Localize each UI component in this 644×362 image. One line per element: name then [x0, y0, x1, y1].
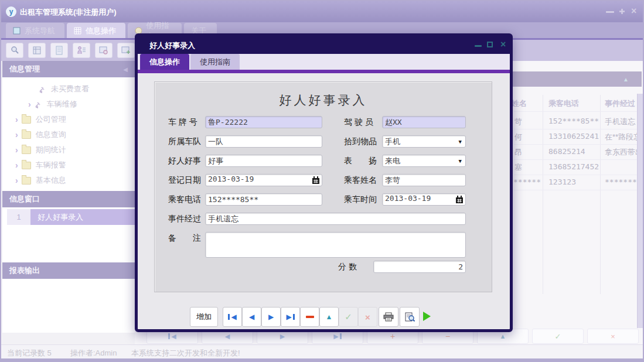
calendar-icon[interactable]: [455, 196, 464, 204]
passenger-phone-input[interactable]: [205, 193, 322, 206]
prev-icon: ◀: [225, 333, 230, 340]
window-list-item[interactable]: 好人好事录入: [30, 209, 135, 225]
plus-icon: +: [390, 332, 395, 341]
dialog-close-button[interactable]: ×: [500, 40, 506, 49]
sidebar-report-list: [2, 279, 135, 333]
praise-select[interactable]: 来电 ▼: [382, 155, 466, 167]
chevron-down-icon[interactable]: ▼: [459, 139, 462, 145]
delete-record-button[interactable]: [300, 307, 319, 327]
preview-button[interactable]: [400, 307, 420, 327]
tab-system-nav[interactable]: 系统导航: [6, 23, 64, 39]
column-divider: [543, 95, 543, 294]
close-button[interactable]: ×: [631, 6, 636, 16]
event-input[interactable]: [205, 213, 466, 225]
cancel-icon: ×: [365, 312, 370, 322]
add-record-button[interactable]: 增加: [190, 307, 218, 327]
expand-icon[interactable]: ›: [15, 176, 18, 185]
sidebar-window-list: 1 好人好事录入: [2, 207, 135, 262]
bg-nav-post-button[interactable]: ✓: [532, 329, 584, 344]
good-deed-dialog: 好人好事录入 × 信息操作 使用指南 好人好事录入 车 牌 号 驾 驶 员 所属…: [135, 33, 513, 332]
expand-icon[interactable]: ›: [28, 100, 31, 109]
last-icon: ▶: [333, 333, 338, 340]
sidebar-section-info-windows: 信息窗口: [2, 191, 135, 207]
row-divider: [514, 111, 637, 112]
restore-button[interactable]: [618, 8, 626, 15]
sidebar-section-report-output: 报表输出: [2, 262, 135, 279]
next-record-button[interactable]: ▶: [261, 307, 281, 327]
driver-input[interactable]: [382, 116, 466, 128]
cancel-record-button: ×: [358, 307, 377, 327]
table-row[interactable]: 昂: [514, 147, 541, 158]
ride-time-input[interactable]: 2013-03-19: [382, 193, 466, 206]
app-logo-icon: y: [6, 6, 16, 17]
record-count: 当前记录数 5: [7, 348, 52, 358]
user-report-icon: [77, 46, 86, 55]
folder-icon: [22, 146, 31, 154]
prev-record-button[interactable]: ◀: [242, 307, 261, 327]
passenger-name-input[interactable]: [382, 174, 466, 186]
toolbar-window-search-button[interactable]: [95, 43, 113, 58]
row-divider: [514, 144, 637, 145]
dialog-restore-button[interactable]: [487, 42, 493, 47]
toolbar-document-button[interactable]: [50, 43, 68, 58]
calendar-icon[interactable]: [312, 176, 320, 185]
remark-textarea[interactable]: [205, 232, 466, 258]
first-record-button[interactable]: ◀: [223, 307, 242, 327]
tree-item-period-statistics[interactable]: › 期间统计: [15, 143, 66, 157]
toolbar-table-button[interactable]: [28, 43, 46, 58]
tab-info-operation[interactable]: 信息操作: [67, 23, 125, 39]
dialog-title-bar: 好人好事录入 ×: [138, 36, 510, 54]
print-button[interactable]: [379, 307, 398, 327]
tree-item-unpaid-view[interactable]: 未买费查看: [39, 82, 89, 96]
table-row[interactable]: 苛: [514, 117, 541, 127]
tool-icon: [35, 101, 42, 108]
tree-item-basic-info[interactable]: › 基本信息: [15, 173, 66, 187]
dialog-tab-user-guide[interactable]: 使用指南: [190, 54, 240, 70]
system-nav-icon: [13, 27, 21, 35]
table-row[interactable]: *********: [513, 177, 541, 188]
collapse-left-icon[interactable]: ◀: [123, 66, 128, 73]
row-divider: [514, 190, 637, 190]
dialog-tab-info-operation[interactable]: 信息操作: [140, 54, 189, 70]
chevron-down-icon[interactable]: ▼: [459, 158, 462, 164]
found-item-select[interactable]: 手机 ▼: [382, 135, 466, 148]
post-record-button: ✓: [339, 307, 358, 327]
good-deed-input[interactable]: [205, 155, 322, 167]
tree-item-vehicle-alarm[interactable]: › 车辆报警: [15, 158, 66, 172]
edit-record-button[interactable]: ▲: [319, 307, 339, 327]
expand-icon[interactable]: ›: [15, 145, 18, 155]
dialog-minimize-button[interactable]: [475, 45, 482, 47]
toolbar-search-button[interactable]: [6, 43, 23, 58]
ride-time-label: 乘车时间: [344, 193, 377, 206]
minus-icon: −: [445, 332, 450, 341]
toolbar-user-report-button[interactable]: [73, 43, 90, 58]
preview-icon: [404, 312, 415, 322]
row-divider: [514, 129, 637, 129]
register-date-input[interactable]: 2013-03-19: [205, 174, 322, 186]
collapse-up-icon[interactable]: ▲: [623, 76, 629, 83]
bottom-frame: [1, 358, 643, 362]
score-input[interactable]: [373, 261, 466, 273]
next-icon: ▶: [268, 313, 274, 321]
row-divider: [514, 159, 637, 160]
minimize-button[interactable]: [606, 11, 614, 13]
check-icon: ✓: [555, 332, 561, 341]
table-scrollbar[interactable]: [637, 94, 643, 328]
expand-icon[interactable]: ›: [15, 115, 18, 124]
table-row[interactable]: 何: [514, 132, 541, 142]
sidebar-tree: 未买费查看 › 车辆维修 › 公司管理 › 信息查询 › 期间统计 › 车辆报警: [2, 77, 135, 191]
tree-item-vehicle-repair[interactable]: › 车辆维修: [28, 97, 77, 111]
last-record-button[interactable]: ▶: [281, 307, 300, 327]
plate-input[interactable]: [205, 116, 322, 128]
expand-icon[interactable]: ›: [15, 130, 18, 139]
run-button[interactable]: [423, 312, 431, 321]
tree-item-info-query[interactable]: › 信息查询: [15, 128, 66, 142]
toolbar-window-add-button[interactable]: [117, 43, 135, 58]
edit-icon: ▲: [326, 313, 333, 321]
tree-item-company-management[interactable]: › 公司管理: [15, 112, 66, 127]
praise-label: 表 扬: [344, 155, 377, 167]
expand-icon[interactable]: ›: [15, 160, 18, 170]
table-row[interactable]: 塞: [514, 162, 541, 173]
fleet-input[interactable]: [205, 135, 322, 148]
bg-nav-cancel-button[interactable]: ×: [587, 329, 639, 344]
